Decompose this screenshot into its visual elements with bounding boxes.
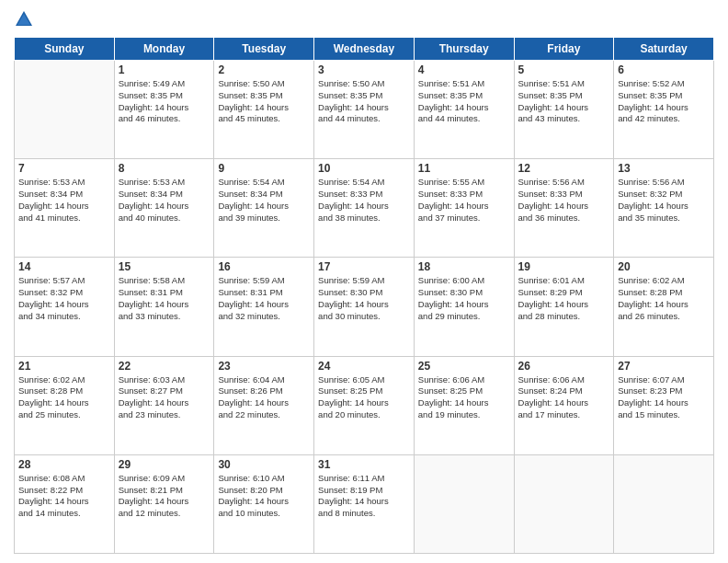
calendar-cell: 26Sunrise: 6:06 AM Sunset: 8:24 PM Dayli… (514, 356, 614, 454)
day-info: Sunrise: 5:57 AM Sunset: 8:32 PM Dayligh… (18, 275, 110, 322)
header-row: SundayMondayTuesdayWednesdayThursdayFrid… (15, 38, 714, 61)
day-number: 15 (119, 260, 210, 273)
calendar-cell: 25Sunrise: 6:06 AM Sunset: 8:25 PM Dayli… (414, 356, 514, 454)
header (14, 9, 714, 29)
calendar-cell: 2Sunrise: 5:50 AM Sunset: 8:35 PM Daylig… (214, 61, 314, 159)
day-number: 18 (418, 260, 510, 273)
calendar-cell: 24Sunrise: 6:05 AM Sunset: 8:25 PM Dayli… (314, 356, 415, 454)
calendar-cell: 31Sunrise: 6:11 AM Sunset: 8:19 PM Dayli… (314, 454, 415, 553)
day-number: 6 (618, 63, 710, 76)
day-info: Sunrise: 6:06 AM Sunset: 8:24 PM Dayligh… (518, 374, 610, 421)
calendar-cell: 19Sunrise: 6:01 AM Sunset: 8:29 PM Dayli… (514, 258, 614, 356)
calendar-cell: 22Sunrise: 6:03 AM Sunset: 8:27 PM Dayli… (114, 356, 214, 454)
day-info: Sunrise: 5:56 AM Sunset: 8:32 PM Dayligh… (618, 177, 710, 224)
logo (14, 9, 38, 29)
day-number: 21 (18, 360, 110, 373)
day-info: Sunrise: 6:07 AM Sunset: 8:23 PM Dayligh… (618, 374, 710, 421)
day-number: 12 (518, 162, 610, 175)
calendar-cell (15, 61, 115, 159)
day-info: Sunrise: 6:10 AM Sunset: 8:20 PM Dayligh… (218, 473, 310, 520)
day-info: Sunrise: 5:54 AM Sunset: 8:33 PM Dayligh… (318, 177, 410, 224)
calendar-week: 28Sunrise: 6:08 AM Sunset: 8:22 PM Dayli… (15, 454, 714, 553)
calendar-header: SundayMondayTuesdayWednesdayThursdayFrid… (15, 38, 714, 61)
day-number: 29 (119, 458, 210, 471)
day-number: 1 (119, 63, 210, 76)
day-number: 7 (18, 162, 110, 175)
calendar-cell: 28Sunrise: 6:08 AM Sunset: 8:22 PM Dayli… (15, 454, 115, 553)
day-number: 26 (518, 360, 610, 373)
day-number: 10 (318, 162, 410, 175)
day-number: 25 (418, 360, 510, 373)
calendar-cell: 30Sunrise: 6:10 AM Sunset: 8:20 PM Dayli… (214, 454, 314, 553)
day-info: Sunrise: 6:05 AM Sunset: 8:25 PM Dayligh… (318, 374, 410, 421)
day-header: Thursday (414, 38, 514, 61)
day-number: 4 (418, 63, 510, 76)
day-number: 9 (218, 162, 310, 175)
calendar-week: 21Sunrise: 6:02 AM Sunset: 8:28 PM Dayli… (15, 356, 714, 454)
calendar-cell: 14Sunrise: 5:57 AM Sunset: 8:32 PM Dayli… (15, 258, 115, 356)
day-header: Friday (514, 38, 614, 61)
day-info: Sunrise: 6:06 AM Sunset: 8:25 PM Dayligh… (418, 374, 510, 421)
day-number: 16 (218, 260, 310, 273)
calendar-cell: 13Sunrise: 5:56 AM Sunset: 8:32 PM Dayli… (614, 159, 714, 258)
day-info: Sunrise: 5:54 AM Sunset: 8:34 PM Dayligh… (218, 177, 310, 224)
calendar-cell: 23Sunrise: 6:04 AM Sunset: 8:26 PM Dayli… (214, 356, 314, 454)
calendar-cell (514, 454, 614, 553)
day-number: 2 (218, 63, 310, 76)
day-info: Sunrise: 5:51 AM Sunset: 8:35 PM Dayligh… (418, 78, 510, 125)
day-info: Sunrise: 5:52 AM Sunset: 8:35 PM Dayligh… (618, 78, 710, 125)
day-header: Monday (114, 38, 214, 61)
day-number: 8 (119, 162, 210, 175)
calendar-week: 14Sunrise: 5:57 AM Sunset: 8:32 PM Dayli… (15, 258, 714, 356)
calendar-cell: 5Sunrise: 5:51 AM Sunset: 8:35 PM Daylig… (514, 61, 614, 159)
day-info: Sunrise: 5:59 AM Sunset: 8:31 PM Dayligh… (218, 275, 310, 322)
day-number: 27 (618, 360, 710, 373)
day-number: 14 (18, 260, 110, 273)
day-info: Sunrise: 5:53 AM Sunset: 8:34 PM Dayligh… (18, 177, 110, 224)
day-info: Sunrise: 6:11 AM Sunset: 8:19 PM Dayligh… (318, 473, 410, 520)
day-info: Sunrise: 6:08 AM Sunset: 8:22 PM Dayligh… (18, 473, 110, 520)
calendar-cell: 1Sunrise: 5:49 AM Sunset: 8:35 PM Daylig… (114, 61, 214, 159)
calendar-cell: 27Sunrise: 6:07 AM Sunset: 8:23 PM Dayli… (614, 356, 714, 454)
day-info: Sunrise: 6:02 AM Sunset: 8:28 PM Dayligh… (618, 275, 710, 322)
day-info: Sunrise: 5:59 AM Sunset: 8:30 PM Dayligh… (318, 275, 410, 322)
day-info: Sunrise: 6:00 AM Sunset: 8:30 PM Dayligh… (418, 275, 510, 322)
calendar: SundayMondayTuesdayWednesdayThursdayFrid… (14, 37, 714, 554)
calendar-cell: 20Sunrise: 6:02 AM Sunset: 8:28 PM Dayli… (614, 258, 714, 356)
day-number: 22 (119, 360, 210, 373)
calendar-cell: 3Sunrise: 5:50 AM Sunset: 8:35 PM Daylig… (314, 61, 415, 159)
calendar-cell (614, 454, 714, 553)
day-number: 20 (618, 260, 710, 273)
day-info: Sunrise: 5:56 AM Sunset: 8:33 PM Dayligh… (518, 177, 610, 224)
day-number: 24 (318, 360, 410, 373)
calendar-cell: 10Sunrise: 5:54 AM Sunset: 8:33 PM Dayli… (314, 159, 415, 258)
day-number: 17 (318, 260, 410, 273)
calendar-cell: 11Sunrise: 5:55 AM Sunset: 8:33 PM Dayli… (414, 159, 514, 258)
calendar-cell: 4Sunrise: 5:51 AM Sunset: 8:35 PM Daylig… (414, 61, 514, 159)
day-header: Saturday (614, 38, 714, 61)
calendar-cell: 8Sunrise: 5:53 AM Sunset: 8:34 PM Daylig… (114, 159, 214, 258)
day-number: 3 (318, 63, 410, 76)
page: SundayMondayTuesdayWednesdayThursdayFrid… (0, 0, 728, 563)
day-number: 11 (418, 162, 510, 175)
calendar-cell: 6Sunrise: 5:52 AM Sunset: 8:35 PM Daylig… (614, 61, 714, 159)
day-info: Sunrise: 5:53 AM Sunset: 8:34 PM Dayligh… (119, 177, 210, 224)
day-info: Sunrise: 5:50 AM Sunset: 8:35 PM Dayligh… (318, 78, 410, 125)
day-info: Sunrise: 6:01 AM Sunset: 8:29 PM Dayligh… (518, 275, 610, 322)
calendar-cell: 18Sunrise: 6:00 AM Sunset: 8:30 PM Dayli… (414, 258, 514, 356)
calendar-cell: 16Sunrise: 5:59 AM Sunset: 8:31 PM Dayli… (214, 258, 314, 356)
calendar-cell: 21Sunrise: 6:02 AM Sunset: 8:28 PM Dayli… (15, 356, 115, 454)
day-number: 13 (618, 162, 710, 175)
day-info: Sunrise: 6:03 AM Sunset: 8:27 PM Dayligh… (119, 374, 210, 421)
day-number: 31 (318, 458, 410, 471)
calendar-cell: 17Sunrise: 5:59 AM Sunset: 8:30 PM Dayli… (314, 258, 415, 356)
calendar-body: 1Sunrise: 5:49 AM Sunset: 8:35 PM Daylig… (15, 61, 714, 554)
day-info: Sunrise: 6:04 AM Sunset: 8:26 PM Dayligh… (218, 374, 310, 421)
day-info: Sunrise: 5:58 AM Sunset: 8:31 PM Dayligh… (119, 275, 210, 322)
day-info: Sunrise: 5:49 AM Sunset: 8:35 PM Dayligh… (119, 78, 210, 125)
day-number: 19 (518, 260, 610, 273)
calendar-week: 7Sunrise: 5:53 AM Sunset: 8:34 PM Daylig… (15, 159, 714, 258)
day-number: 5 (518, 63, 610, 76)
calendar-cell: 12Sunrise: 5:56 AM Sunset: 8:33 PM Dayli… (514, 159, 614, 258)
calendar-cell (414, 454, 514, 553)
